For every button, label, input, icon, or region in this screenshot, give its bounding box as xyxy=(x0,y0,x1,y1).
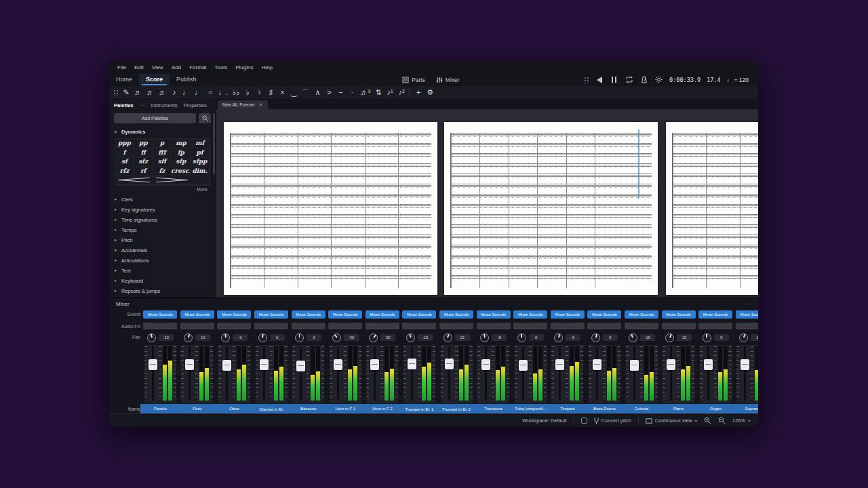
audio-fx-slot-channel-11[interactable] xyxy=(513,323,547,329)
audio-fx-slot-channel-17[interactable] xyxy=(736,323,758,329)
volume-fader-channel-6[interactable] xyxy=(334,346,342,401)
staccato-icon[interactable]: · xyxy=(349,89,355,96)
voice-1-icon[interactable]: ♪¹ xyxy=(387,89,393,96)
dynamics-item-f[interactable]: f xyxy=(115,148,134,158)
fader-handle[interactable] xyxy=(370,359,379,370)
menu-item-add[interactable]: Add xyxy=(167,63,185,72)
flip-direction-icon[interactable]: ⇅ xyxy=(375,89,382,96)
tab-home[interactable]: Home xyxy=(109,74,139,85)
zoom-in-button[interactable] xyxy=(704,417,711,424)
muse-sounds-button-channel-12[interactable]: Muse Sounds xyxy=(551,310,585,319)
concert-pitch-toggle[interactable]: Concert pitch xyxy=(594,418,631,424)
palette-section-pitch[interactable]: ▸Pitch xyxy=(109,235,216,245)
double-flat-icon[interactable]: ♭♭ xyxy=(233,89,239,96)
audio-fx-slot-channel-4[interactable] xyxy=(254,323,288,329)
dynamics-item-sff[interactable]: sff xyxy=(153,157,172,167)
dynamics-item-rf[interactable]: rf xyxy=(134,167,153,176)
tempo-display[interactable]: ♩ = 120 xyxy=(727,77,749,83)
crescendo-hairpin-item[interactable] xyxy=(115,176,153,185)
audio-fx-slot-channel-13[interactable] xyxy=(587,323,621,329)
palette-section-clefs[interactable]: ▸Clefs xyxy=(109,195,216,205)
muse-sounds-button-channel-3[interactable]: Muse Sounds xyxy=(217,310,251,319)
channel-name-channel-2[interactable]: Flute xyxy=(180,404,215,413)
channel-name-channel-4[interactable]: Clarinet in B♭ xyxy=(254,404,289,413)
pan-value-channel-2[interactable]: 10 xyxy=(195,334,210,341)
audio-fx-slot-channel-12[interactable] xyxy=(551,323,585,329)
pan-knob-channel-3[interactable] xyxy=(221,333,230,342)
palette-section-articulations[interactable]: ▸Articulations xyxy=(109,256,216,266)
fader-handle[interactable] xyxy=(519,360,528,371)
pan-knob-channel-17[interactable] xyxy=(739,333,748,342)
muse-sounds-button-channel-11[interactable]: Muse Sounds xyxy=(513,310,547,319)
double-sharp-icon[interactable]: × xyxy=(279,89,285,96)
channel-name-channel-15[interactable]: Piano xyxy=(661,404,696,413)
audio-fx-slot-channel-1[interactable] xyxy=(143,323,177,329)
loop-playback-button[interactable] xyxy=(625,75,633,84)
fader-handle[interactable] xyxy=(334,359,342,370)
pan-value-channel-10[interactable]: -8 xyxy=(492,334,507,341)
volume-fader-channel-5[interactable] xyxy=(296,346,305,401)
muse-sounds-button-channel-1[interactable]: Muse Sounds xyxy=(143,310,177,319)
dynamics-item-sf[interactable]: sf xyxy=(115,157,134,167)
pan-value-channel-15[interactable]: 15 xyxy=(677,334,692,341)
fader-handle[interactable] xyxy=(260,359,269,370)
playback-settings-button[interactable] xyxy=(654,75,663,84)
menu-item-edit[interactable]: Edit xyxy=(130,63,148,72)
audio-fx-slot-channel-14[interactable] xyxy=(625,323,658,329)
pan-knob-channel-5[interactable] xyxy=(295,333,304,342)
pan-value-channel-17[interactable]: 10 xyxy=(751,334,758,341)
workspace-selector[interactable]: Workspace: Default xyxy=(522,418,566,424)
channel-name-channel-11[interactable]: Tuba (unspecifi... xyxy=(513,404,548,413)
flat-icon[interactable]: ♭ xyxy=(244,89,251,96)
muse-sounds-button-channel-2[interactable]: Muse Sounds xyxy=(180,310,214,319)
pan-knob-channel-4[interactable] xyxy=(258,333,267,342)
channel-name-channel-10[interactable]: Trombone xyxy=(476,404,511,413)
zoom-level-selector[interactable]: 126% ▾ xyxy=(732,418,750,424)
tuplet-icon[interactable]: ♬³ xyxy=(360,89,370,96)
audio-fx-slot-channel-3[interactable] xyxy=(217,323,251,329)
muse-sounds-button-channel-8[interactable]: Muse Sounds xyxy=(402,310,436,319)
search-palettes-button[interactable] xyxy=(199,113,211,123)
menu-item-format[interactable]: Format xyxy=(185,63,210,72)
audio-fx-slot-channel-2[interactable] xyxy=(180,323,214,329)
tab-score[interactable]: Score xyxy=(139,74,170,85)
palettes-menu-dots[interactable]: ··· xyxy=(140,102,145,108)
rewind-button[interactable] xyxy=(595,75,604,84)
volume-fader-channel-4[interactable] xyxy=(260,346,269,401)
voice-2-icon[interactable]: ♪² xyxy=(398,89,405,96)
pan-knob-channel-1[interactable] xyxy=(147,333,156,342)
note-64th-icon[interactable]: ♬ xyxy=(134,89,142,96)
fader-handle[interactable] xyxy=(481,359,490,370)
zoom-out-button[interactable] xyxy=(718,417,726,424)
dynamics-menu-dots[interactable]: ··· xyxy=(205,129,210,134)
pan-value-channel-4[interactable]: 6 xyxy=(270,334,285,341)
muse-sounds-button-channel-17[interactable]: Muse Sounds xyxy=(736,310,758,319)
dynamics-item-ppp[interactable]: ppp xyxy=(115,139,134,148)
diminuendo-hairpin-item[interactable] xyxy=(153,176,191,185)
note-16th-icon[interactable]: ♬ xyxy=(159,89,166,96)
fader-handle[interactable] xyxy=(149,359,157,370)
pan-value-channel-13[interactable]: 5 xyxy=(603,334,618,341)
muse-sounds-button-channel-9[interactable]: Muse Sounds xyxy=(439,310,473,319)
fader-handle[interactable] xyxy=(667,359,675,370)
input-device-icon[interactable] xyxy=(581,418,587,424)
palette-section-keyboard[interactable]: ▸Keyboard xyxy=(109,276,216,286)
mixer-button[interactable]: Mixer xyxy=(436,77,460,83)
slur-icon[interactable]: ⌒ xyxy=(302,89,309,96)
pan-knob-channel-11[interactable] xyxy=(517,333,526,342)
accent-icon[interactable]: > xyxy=(326,89,332,96)
volume-fader-channel-16[interactable] xyxy=(704,346,713,401)
audio-fx-slot-channel-9[interactable] xyxy=(439,323,473,329)
volume-fader-channel-3[interactable] xyxy=(222,346,231,401)
parts-button[interactable]: Parts xyxy=(402,77,425,83)
pan-knob-channel-9[interactable] xyxy=(443,333,452,342)
dynamics-item-fff[interactable]: fff xyxy=(153,148,172,158)
dynamics-section-header[interactable]: ▾ Dynamics ··· xyxy=(109,127,216,137)
muse-sounds-button-channel-6[interactable]: Muse Sounds xyxy=(328,310,362,319)
volume-fader-channel-1[interactable] xyxy=(149,346,157,401)
muse-sounds-button-channel-15[interactable]: Muse Sounds xyxy=(662,310,696,319)
score-page[interactable] xyxy=(666,122,758,295)
menu-item-file[interactable]: File xyxy=(113,63,130,72)
fader-handle[interactable] xyxy=(185,359,194,370)
tie-icon[interactable]: ‿ xyxy=(290,89,297,96)
